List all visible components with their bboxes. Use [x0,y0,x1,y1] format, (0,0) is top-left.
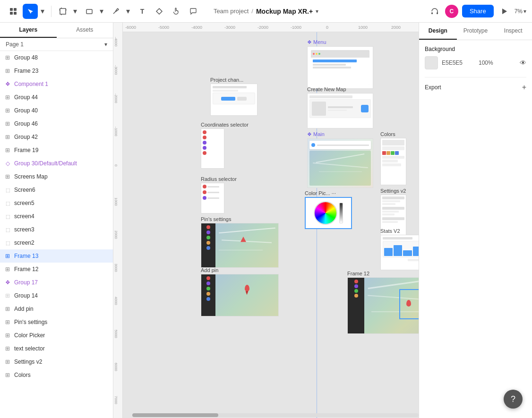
frame-radius[interactable] [201,183,224,213]
layer-name-screen6: Screen6 [14,187,109,193]
svg-rect-3 [14,12,17,15]
ruler-mark-6: -1000 [291,25,301,30]
scrollbar-thumb[interactable] [132,413,218,417]
layer-item-screen4[interactable]: ⬚ screen4 [0,210,113,223]
zoom-indicator[interactable]: 7% ▾ [515,8,526,15]
layer-item-group42[interactable]: ⊞ Group 42 [0,130,113,144]
frame-frame12[interactable] [347,277,419,334]
frame-colorpicker[interactable] [305,197,352,229]
frame-pinsettings[interactable] [201,223,279,268]
svg-rect-4 [60,9,66,14]
layer-item-pinsettings[interactable]: ⊞ Pin's settings [0,316,113,329]
project-separator: / [251,8,253,15]
frame-projectchan-container: Project chan... [210,77,257,116]
page-selector[interactable]: Page 1 ▾ [0,38,113,51]
layer-item-group40[interactable]: ⊞ Group 40 [0,104,113,117]
horizontal-scrollbar[interactable] [132,413,419,417]
layer-item-addpin[interactable]: ⊞ Add pin [0,302,113,316]
layer-item-textselector[interactable]: ⊞ text selector [0,342,113,355]
frame-addpin[interactable] [201,274,279,316]
ruler-mark-1: -6000 [125,25,136,30]
right-tabs: Design Prototype Inspect [419,23,532,40]
frame-statsv2[interactable] [380,235,419,270]
shape-dropdown-button[interactable]: ▾ [97,4,106,19]
layer-item-frame12[interactable]: ⊞ Frame 12 [0,263,113,276]
frame-main[interactable] [307,138,373,188]
layer-item-screen2[interactable]: ⬚ screen2 [0,236,113,249]
layer-item-screen3[interactable]: ⬚ screen3 [0,223,113,236]
file-dropdown-button[interactable]: ▾ [316,8,318,15]
canvas-content[interactable]: ❖ Menu [123,32,419,418]
background-visibility-icon[interactable]: 👁 [520,59,526,67]
layer-item-frame19[interactable]: ⊞ Frame 19 [0,144,113,157]
shape-tool-group: ▾ [82,4,106,19]
layer-icon-frame12: ⊞ [4,266,11,273]
canvas-area[interactable]: -6000 -5000 -4000 -3000 -2000 -1000 0 10… [113,23,419,418]
tab-design[interactable]: Design [419,23,457,40]
layer-name-screen4: screen4 [14,213,109,220]
layer-item-screen6[interactable]: ⬚ Screen6 [0,183,113,196]
hand-tool-button[interactable] [169,4,184,19]
svg-rect-10 [431,12,433,14]
svg-rect-9 [86,9,92,14]
frame-pinsettings-container: Pin's settings [201,216,279,268]
tab-layers[interactable]: Layers [0,23,57,38]
layer-item-frame13[interactable]: ⊞ Frame 13 [0,249,113,263]
pen-tool-button[interactable] [108,4,123,19]
comment-tool-button[interactable] [186,4,201,19]
layer-item-group44[interactable]: ⊞ Group 44 [0,91,113,104]
tab-inspect[interactable]: Inspect [494,23,532,40]
right-sidebar: Design Prototype Inspect Background 100%… [419,23,532,418]
layer-item-settingsv2[interactable]: ⊞ Settings v2 [0,355,113,368]
frame-main-container: ❖ Main [307,131,373,188]
select-tool-button[interactable] [23,4,38,19]
ruler-mark-3: -4000 [191,25,202,30]
layer-item-group30[interactable]: ◇ Group 30/Default/Default [0,157,113,170]
shape-tool-button[interactable] [82,4,97,19]
layer-item-group14[interactable]: ⊞ Group 14 👁 [0,289,113,302]
ruler-vmark-7: 2000 [114,230,118,239]
layer-item-group48[interactable]: ⊞ Group 48 [0,51,113,64]
frame-tool-button[interactable] [55,4,70,19]
layer-icon-pinsettings: ⊞ [4,319,11,325]
frame-colorpicker-container: Color Pic... ··· [305,190,352,229]
frame-dropdown-button[interactable]: ▾ [70,4,80,19]
pinsettings-canvas-label: Pin's settings [201,216,279,222]
home-button[interactable] [6,4,21,19]
layer-item-colorpicker[interactable]: ⊞ Color Picker [0,329,113,342]
layer-item-screen5[interactable]: ⬚ screen5 [0,196,113,210]
tab-prototype[interactable]: Prototype [457,23,495,40]
headphone-button[interactable] [428,5,441,18]
help-button[interactable]: ? [504,390,523,409]
colors-canvas-label: Colors [380,131,406,137]
frame-colors[interactable] [380,138,406,185]
layer-item-screensmap[interactable]: ⊞ Screens Map [0,170,113,183]
layer-item-component1[interactable]: ❖ Component 1 [0,77,113,91]
layer-item-group17[interactable]: ❖ Group 17 [0,276,113,289]
background-hex-input[interactable] [442,60,475,66]
share-button[interactable]: Share [462,5,494,17]
components-tool-button[interactable] [152,4,167,19]
user-avatar[interactable]: C [445,5,458,18]
background-color-swatch[interactable] [425,56,438,69]
create-new-map-label: Create New Map [307,86,373,92]
sidebar-tabs: Layers Assets [0,23,113,38]
export-add-button[interactable]: + [522,83,526,92]
frame-coords[interactable] [201,128,224,169]
layer-item-group46[interactable]: ⊞ Group 46 [0,117,113,130]
layer-icon-screensmap: ⊞ [4,173,11,180]
frame-createnewmap[interactable] [307,93,373,128]
tab-assets[interactable]: Assets [57,23,113,38]
layer-icon-screen3: ⬚ [4,227,11,232]
layer-name-pinsettings: Pin's settings [14,319,109,325]
layer-item-frame23[interactable]: ⊞ Frame 23 [0,64,113,77]
text-tool-button[interactable]: T [135,4,150,19]
play-button[interactable] [498,5,511,18]
svg-rect-2 [10,12,13,15]
pen-dropdown-button[interactable]: ▾ [123,4,133,19]
layer-item-colors[interactable]: ⊞ Colors [0,368,113,382]
select-dropdown-button[interactable]: ▾ [38,4,47,19]
frame-projectchan[interactable] [210,84,257,116]
export-label: Export [425,84,441,91]
frame-menu[interactable] [307,46,373,89]
